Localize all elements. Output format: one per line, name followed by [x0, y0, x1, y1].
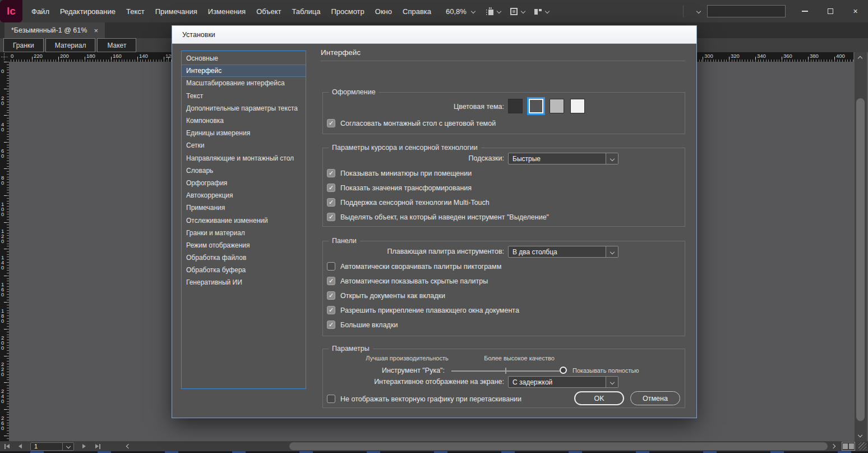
- arrange-documents-button[interactable]: [531, 5, 551, 18]
- menu-item[interactable]: Примечания: [155, 7, 197, 16]
- menu-item[interactable]: Окно: [375, 7, 392, 16]
- scroll-down-icon[interactable]: [858, 433, 862, 437]
- checkbox[interactable]: ✓: [327, 169, 335, 177]
- zoom-level-control[interactable]: 60,8%: [446, 7, 475, 16]
- color-theme-swatch[interactable]: [529, 99, 543, 113]
- sidebar-item[interactable]: Направляющие и монтажный стол: [182, 152, 306, 164]
- color-theme-swatch[interactable]: [550, 99, 564, 113]
- ruler-label: 200: [60, 53, 69, 59]
- page-dropdown-button[interactable]: [62, 443, 73, 450]
- sidebar-item[interactable]: Сетки: [182, 139, 306, 152]
- checkbox[interactable]: ✓: [327, 184, 335, 192]
- checkbox[interactable]: [327, 395, 335, 403]
- menu-item[interactable]: Справка: [403, 7, 431, 16]
- checkbox[interactable]: ✓: [327, 119, 335, 127]
- floating-toolbar-dropdown[interactable]: В два столбца: [508, 246, 618, 258]
- menu-item[interactable]: Просмотр: [331, 7, 364, 16]
- ruler-label: 200: [1, 335, 6, 350]
- sidebar-item[interactable]: Генеративный ИИ: [182, 276, 306, 289]
- menu-item[interactable]: Редактирование: [60, 7, 116, 16]
- sidebar-item[interactable]: Масштабирование интерфейса: [182, 77, 306, 89]
- checkbox-label: Согласовать монтажный стол с цветовой те…: [340, 120, 496, 127]
- last-page-button[interactable]: [91, 441, 104, 451]
- sidebar-item[interactable]: Словарь: [182, 164, 306, 177]
- dialog-title-bar[interactable]: Установки: [172, 26, 696, 44]
- sidebar-item[interactable]: Основные: [182, 52, 306, 65]
- menu-item[interactable]: Объект: [256, 7, 281, 16]
- scroll-right-icon[interactable]: [831, 444, 835, 449]
- close-button[interactable]: ×: [843, 2, 868, 20]
- sidebar-item[interactable]: Интерфейс: [182, 65, 306, 77]
- ruler-label: 320: [731, 53, 740, 59]
- sidebar-item[interactable]: Обработка буфера: [182, 264, 306, 276]
- checkbox[interactable]: ✓: [327, 321, 335, 329]
- sidebar-item[interactable]: Режим отображения: [182, 239, 306, 251]
- sidebar-item[interactable]: Текст: [182, 90, 306, 102]
- scroll-left-icon[interactable]: [126, 444, 131, 449]
- minimize-button[interactable]: [792, 2, 818, 20]
- document-tab[interactable]: *Безымянный-1 @ 61% ×: [4, 22, 105, 38]
- ok-button[interactable]: OK: [574, 391, 624, 405]
- checkbox-label: Выделять объект, на который наведен инст…: [340, 213, 549, 221]
- view-tab[interactable]: Макет: [97, 38, 136, 52]
- menu-item[interactable]: Изменения: [208, 7, 246, 16]
- sidebar-item[interactable]: Компоновка: [182, 115, 306, 127]
- ruler-label: 360: [783, 53, 792, 59]
- scroll-up-icon[interactable]: [858, 56, 862, 61]
- tab-close-icon[interactable]: ×: [94, 26, 98, 35]
- slider-thumb[interactable]: [560, 367, 567, 374]
- checkbox[interactable]: [327, 262, 335, 271]
- tooltips-dropdown[interactable]: Быстрые: [508, 153, 618, 164]
- toolbar-icon-group: [483, 5, 551, 18]
- ruler-label: 160: [113, 53, 122, 59]
- sidebar-item[interactable]: Дополнительные параметры текста: [182, 102, 306, 115]
- checkbox[interactable]: ✓: [327, 277, 335, 285]
- sidebar-item[interactable]: Автокоррекция: [182, 189, 306, 202]
- sidebar-item[interactable]: Орфография: [182, 177, 306, 189]
- cancel-button[interactable]: Отмена: [630, 391, 680, 405]
- next-page-button[interactable]: [77, 441, 91, 451]
- sidebar-item[interactable]: Отслеживание изменений: [182, 214, 306, 226]
- checkbox[interactable]: ✓: [327, 306, 335, 314]
- previous-page-button[interactable]: [13, 441, 27, 451]
- status-bar: 1: [0, 441, 868, 451]
- horizontal-scrollbar-thumb[interactable]: [289, 442, 828, 450]
- checkbox[interactable]: ✓: [327, 291, 335, 300]
- spread-view-icon[interactable]: [842, 442, 855, 451]
- group-panels: Панели Плавающая палитра инструментов: В…: [322, 241, 685, 336]
- menu-item[interactable]: Файл: [31, 7, 49, 16]
- workspace-chevron-icon[interactable]: [696, 9, 701, 13]
- sidebar-item[interactable]: Гранки и материал: [182, 227, 306, 239]
- first-page-button[interactable]: [0, 441, 13, 451]
- maximize-button[interactable]: [818, 2, 843, 20]
- menu-item[interactable]: Таблица: [292, 7, 320, 16]
- view-options-button[interactable]: [483, 5, 503, 18]
- incopy-logo: Ic: [0, 0, 22, 22]
- screen-mode-button[interactable]: [507, 5, 527, 18]
- horizontal-scrollbar[interactable]: [127, 441, 836, 451]
- checkbox-label: Открыть документы как вкладки: [340, 292, 445, 300]
- vertical-scrollbar[interactable]: [855, 52, 867, 441]
- dropdown-button[interactable]: [606, 153, 618, 164]
- color-theme-swatch[interactable]: [508, 99, 523, 113]
- ruler-label: 400: [836, 53, 845, 59]
- arrange-documents-icon: [533, 7, 543, 16]
- page-number-field[interactable]: 1: [30, 442, 74, 451]
- dropdown-button[interactable]: [606, 246, 618, 257]
- color-theme-swatch[interactable]: [570, 99, 585, 113]
- sidebar-item[interactable]: Единицы измерения: [182, 127, 306, 139]
- sidebar-item[interactable]: Обработка файлов: [182, 251, 306, 264]
- search-input[interactable]: [707, 5, 786, 17]
- live-screen-drawing-dropdown[interactable]: С задержкой: [508, 376, 618, 388]
- view-tab[interactable]: Гранки: [3, 38, 44, 52]
- menu-item[interactable]: Текст: [126, 7, 145, 16]
- view-options-icon: [485, 7, 495, 16]
- view-tab[interactable]: Материал: [45, 38, 96, 52]
- vertical-scrollbar-thumb[interactable]: [856, 98, 865, 421]
- checkbox[interactable]: ✓: [327, 198, 335, 207]
- ruler-origin-corner[interactable]: [0, 52, 9, 62]
- main-menus: ФайлРедактированиеТекстПримечанияИзменен…: [31, 7, 431, 16]
- sidebar-item[interactable]: Примечания: [182, 202, 306, 214]
- checkbox[interactable]: ✓: [327, 213, 335, 221]
- dropdown-button[interactable]: [606, 377, 618, 387]
